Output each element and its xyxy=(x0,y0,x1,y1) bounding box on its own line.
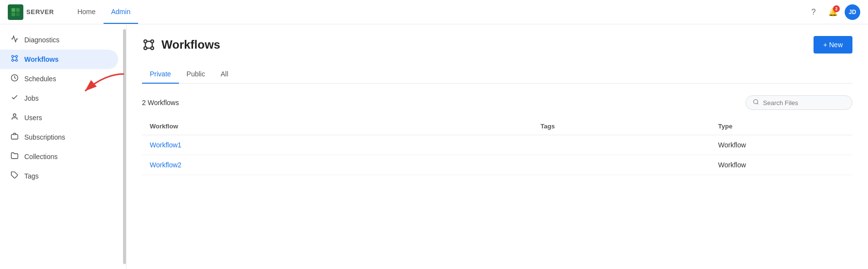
sidebar-label-jobs: Jobs xyxy=(24,94,39,102)
sidebar-item-users[interactable]: Users xyxy=(0,108,126,127)
type-cell-1: Workflow xyxy=(710,135,852,155)
diagnostics-icon xyxy=(10,35,19,45)
logo-text: SERVER xyxy=(26,8,54,16)
scrollbar[interactable] xyxy=(123,29,126,264)
notification-badge: 2 xyxy=(833,5,840,12)
svg-point-18 xyxy=(151,40,154,43)
jobs-icon xyxy=(10,93,19,103)
svg-point-5 xyxy=(16,55,18,57)
sidebar-item-tags[interactable]: Tags xyxy=(0,166,126,186)
col-header-tags: Tags xyxy=(533,118,710,135)
list-header: 2 Workflows xyxy=(142,95,852,110)
nav-links: Home Admin xyxy=(70,0,138,24)
table-row: Workflow1 Workflow xyxy=(142,135,852,155)
col-header-type: Type xyxy=(710,118,852,135)
sidebar-item-schedules[interactable]: Schedules xyxy=(0,69,126,89)
search-input[interactable] xyxy=(763,99,845,107)
subscriptions-icon xyxy=(10,132,19,142)
notifications-button[interactable]: 🔔 2 xyxy=(825,4,841,20)
users-icon xyxy=(10,113,19,123)
workflow-count: 2 Workflows xyxy=(142,99,179,107)
top-nav: SERVER Home Admin ? 🔔 2 JD xyxy=(0,0,868,24)
sidebar-item-collections[interactable]: Collections xyxy=(0,147,126,166)
tags-icon xyxy=(10,171,19,181)
type-cell-2: Workflow xyxy=(710,155,852,175)
sidebar-label-subscriptions: Subscriptions xyxy=(24,133,65,141)
workflow-link-2[interactable]: Workflow2 xyxy=(150,161,181,169)
nav-right: ? 🔔 2 JD xyxy=(806,4,860,20)
schedules-icon xyxy=(10,74,19,84)
svg-point-19 xyxy=(144,47,147,50)
workflow-link-1[interactable]: Workflow1 xyxy=(150,141,181,149)
sidebar-item-workflows[interactable]: Workflows xyxy=(0,50,118,69)
workflow-table: Workflow Tags Type Workflow1 Workflow Wo… xyxy=(142,118,852,175)
sidebar-label-users: Users xyxy=(24,114,42,122)
workflows-icon xyxy=(10,54,19,64)
sidebar-label-workflows: Workflows xyxy=(24,55,59,63)
sidebar-label-collections: Collections xyxy=(24,153,57,161)
table-row: Workflow2 Workflow xyxy=(142,155,852,175)
sidebar-item-diagnostics[interactable]: Diagnostics xyxy=(0,30,126,50)
sidebar-label-diagnostics: Diagnostics xyxy=(24,36,59,44)
svg-rect-1 xyxy=(16,8,20,12)
tab-private[interactable]: Private xyxy=(142,65,179,84)
search-wrap xyxy=(745,95,852,110)
svg-point-7 xyxy=(16,59,18,61)
svg-line-26 xyxy=(757,103,758,104)
svg-point-4 xyxy=(12,55,14,57)
tags-cell-2 xyxy=(533,155,710,175)
svg-point-6 xyxy=(12,59,14,61)
tab-public[interactable]: Public xyxy=(179,65,213,84)
main-layout: Diagnostics Workflows Schedules xyxy=(0,24,868,269)
nav-admin[interactable]: Admin xyxy=(104,0,139,24)
main-content: Workflows + New Private Public All 2 Wor… xyxy=(126,24,868,269)
new-button[interactable]: + New xyxy=(814,36,852,54)
sidebar-label-tags: Tags xyxy=(24,172,39,180)
svg-rect-2 xyxy=(12,12,16,16)
help-button[interactable]: ? xyxy=(806,4,821,20)
svg-point-20 xyxy=(151,47,154,50)
nav-home[interactable]: Home xyxy=(70,0,103,24)
page-title: Workflows xyxy=(161,38,220,52)
user-avatar[interactable]: JD xyxy=(845,4,860,20)
page-workflow-icon xyxy=(142,38,156,52)
sidebar-label-schedules: Schedules xyxy=(24,75,56,83)
page-header: Workflows + New xyxy=(142,36,852,54)
svg-point-25 xyxy=(754,100,758,104)
sidebar: Diagnostics Workflows Schedules xyxy=(0,24,126,269)
logo-icon xyxy=(8,4,23,20)
sidebar-item-jobs[interactable]: Jobs xyxy=(0,89,126,108)
help-icon: ? xyxy=(812,8,816,17)
svg-rect-3 xyxy=(16,12,20,16)
page-title-area: Workflows xyxy=(142,38,220,52)
tabs: Private Public All xyxy=(142,65,852,84)
svg-point-13 xyxy=(13,114,16,116)
sidebar-item-subscriptions[interactable]: Subscriptions xyxy=(0,127,126,147)
svg-point-17 xyxy=(144,40,147,43)
tab-all[interactable]: All xyxy=(213,65,236,84)
col-header-workflow: Workflow xyxy=(142,118,533,135)
tags-cell-1 xyxy=(533,135,710,155)
collections-icon xyxy=(10,152,19,161)
search-icon xyxy=(753,99,759,107)
svg-rect-14 xyxy=(11,135,18,139)
logo-area: SERVER xyxy=(8,4,54,20)
svg-rect-0 xyxy=(12,8,16,12)
